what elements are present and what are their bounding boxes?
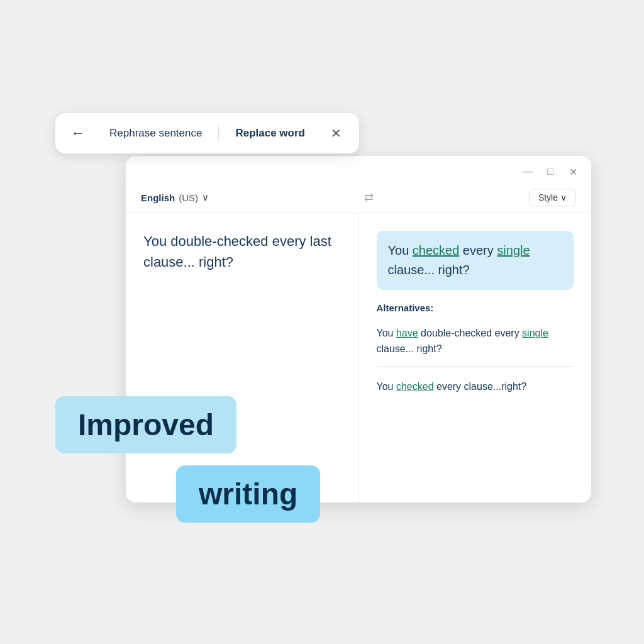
back-button[interactable]: ← <box>67 122 89 145</box>
tab-divider <box>218 126 219 141</box>
style-chevron-icon: ∨ <box>560 192 567 203</box>
rephrased-word1: checked <box>413 243 460 257</box>
window-minimize-button[interactable]: — <box>521 165 535 179</box>
language-name: English <box>141 192 175 203</box>
maximize-icon: □ <box>547 166 553 177</box>
tab-replace-word[interactable]: Replace word <box>224 122 316 145</box>
alt1-word2: single <box>522 328 548 338</box>
writing-badge: writing <box>176 465 320 523</box>
right-panel: You checked every single clause... right… <box>359 213 592 502</box>
swap-icon: ⇄ <box>364 191 374 204</box>
language-chevron-icon: ∨ <box>202 192 209 203</box>
rephrased-box[interactable]: You checked every single clause... right… <box>377 231 574 290</box>
alt1-text-after: clause... right? <box>377 343 442 354</box>
style-label: Style <box>538 192 558 203</box>
alt1-word1: have <box>396 328 418 338</box>
alt1-text-before: You <box>377 328 396 338</box>
window-titlebar: — □ ✕ <box>126 156 591 182</box>
left-panel: You double-checked every last clause... … <box>126 213 359 502</box>
window-close-icon: ✕ <box>569 166 577 178</box>
style-button[interactable]: Style ∨ <box>529 189 576 206</box>
alternatives-label: Alternatives: <box>377 303 574 313</box>
improved-badge: Improved <box>55 396 236 453</box>
writing-badge-text: writing <box>199 477 297 511</box>
alt2-word1: checked <box>396 381 434 392</box>
rephrased-text-after: clause... right? <box>388 263 470 277</box>
improved-badge-text: Improved <box>78 408 214 441</box>
tab-rephrase-sentence[interactable]: Rephrase sentence <box>98 122 213 145</box>
alt2-text-rest: every clause...right? <box>434 381 527 392</box>
tab-bar: ← Rephrase sentence Replace word ✕ <box>55 113 359 153</box>
language-region: (US) <box>179 192 198 203</box>
minimize-icon: — <box>523 166 533 177</box>
original-text: You double-checked every last clause... … <box>143 231 341 272</box>
window-close-button[interactable]: ✕ <box>566 165 580 179</box>
window-content: You double-checked every last clause... … <box>126 213 591 502</box>
rephrased-word2: single <box>497 243 530 257</box>
rephrased-text-before: You <box>388 243 413 257</box>
language-selector[interactable]: English (US) ∨ <box>141 192 209 203</box>
window-toolbar: English (US) ∨ ⇄ Style ∨ <box>126 182 591 213</box>
back-icon: ← <box>71 125 85 142</box>
close-icon: ✕ <box>331 126 341 141</box>
alternative-1[interactable]: You have double-checked every single cla… <box>377 326 574 367</box>
window-maximize-button[interactable]: □ <box>543 165 557 179</box>
alt1-text-middle: double-checked every <box>418 328 522 338</box>
tab-close-button[interactable]: ✕ <box>325 122 348 145</box>
alternative-2[interactable]: You checked every clause...right? <box>377 379 574 404</box>
rephrased-text-middle: every <box>459 243 497 257</box>
alt2-text-before: You <box>377 381 396 392</box>
